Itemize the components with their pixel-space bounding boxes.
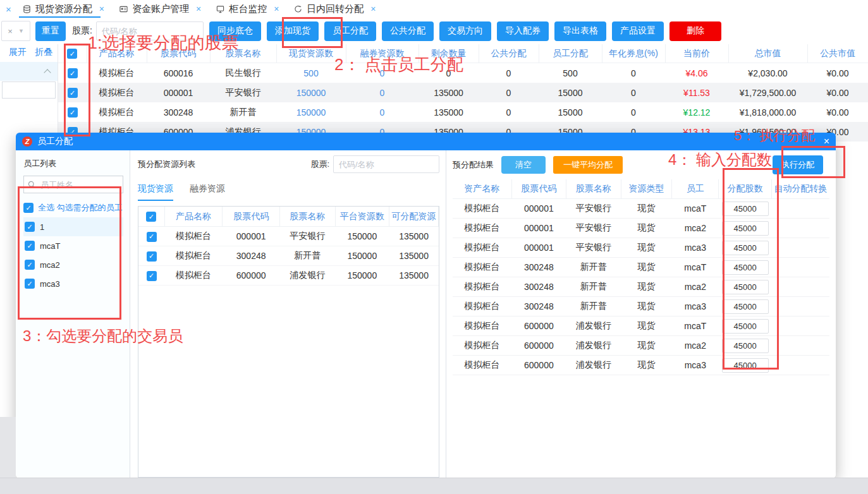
alloc-shares-input[interactable]: 45000 xyxy=(722,319,769,334)
column-header[interactable]: 现货资源数 xyxy=(276,44,346,63)
column-header[interactable]: 公共分配 xyxy=(479,44,539,63)
select-all-employees[interactable]: ✓ 全选 勾选需分配的员工 xyxy=(23,202,123,214)
select-all-checkbox-cell[interactable]: ✓ xyxy=(138,207,164,227)
checkbox-icon[interactable]: ✓ xyxy=(25,241,35,251)
execute-allocate-button[interactable]: 执行分配 xyxy=(773,155,823,174)
close-icon[interactable]: × xyxy=(6,4,11,15)
filter-select[interactable]: × ▼ xyxy=(1,21,30,41)
table-row[interactable]: ✓模拟柜台600000浦发银行150000135000 xyxy=(138,266,439,286)
column-header[interactable]: 产品名称 xyxy=(164,207,222,227)
clear-button[interactable]: 清空 xyxy=(501,156,546,174)
resource-stock-input[interactable] xyxy=(333,155,439,173)
checkbox-icon[interactable]: ✓ xyxy=(25,260,35,270)
tab-1[interactable]: 资金账户管理× xyxy=(112,0,209,18)
alloc-shares-input[interactable]: 45000 xyxy=(722,221,769,236)
row-checkbox-cell[interactable]: ✓ xyxy=(58,83,87,102)
alloc-shares-input[interactable]: 45000 xyxy=(722,299,769,314)
employee-item[interactable]: ✓mca3 xyxy=(23,274,123,293)
employee-item[interactable]: ✓mcaT xyxy=(23,236,123,255)
table-row[interactable]: 模拟柜台000001平安银行现货mcaT45000 xyxy=(453,199,829,219)
row-checkbox-cell[interactable]: ✓ xyxy=(138,246,164,266)
column-header[interactable]: 股票代码 xyxy=(147,44,210,63)
column-header[interactable]: 剩余数量 xyxy=(419,44,479,63)
import-allocation-button[interactable]: 导入配券 xyxy=(497,21,549,41)
tab-2[interactable]: 柜台监控× xyxy=(209,0,286,18)
checkbox-icon[interactable]: ✓ xyxy=(25,279,35,289)
dialog-close-icon[interactable]: × xyxy=(824,136,829,147)
column-header[interactable]: 分配股数 xyxy=(719,179,772,199)
checkbox-icon[interactable]: ✓ xyxy=(68,107,78,117)
checkbox-icon[interactable]: ✓ xyxy=(67,49,77,59)
tab-3[interactable]: 日内回转分配× xyxy=(286,0,383,18)
column-header[interactable]: 当前价 xyxy=(665,44,728,63)
table-row[interactable]: 模拟柜台300248新开普现货mca245000 xyxy=(453,277,829,297)
alloc-shares-input[interactable]: 45000 xyxy=(722,202,769,216)
checkbox-icon[interactable]: ✓ xyxy=(147,251,157,262)
row-checkbox-cell[interactable]: ✓ xyxy=(138,227,164,246)
column-header[interactable]: 自动分配转换 xyxy=(771,179,829,199)
sync-bottom-button[interactable]: 同步底仓 xyxy=(209,21,261,41)
row-checkbox-cell[interactable]: ✓ xyxy=(138,266,164,286)
table-row[interactable]: 模拟柜台000001平安银行现货mca245000 xyxy=(453,219,829,238)
public-allocate-button[interactable]: 公共分配 xyxy=(382,21,434,41)
column-header[interactable]: 股票名称 xyxy=(280,207,335,227)
table-row[interactable]: 模拟柜台600000浦发银行现货mcaT45000 xyxy=(453,316,829,336)
table-row[interactable]: 模拟柜台000001平安银行现货mca345000 xyxy=(453,238,829,258)
export-table-button[interactable]: 导出表格 xyxy=(554,21,606,41)
column-header[interactable]: 公共市值 xyxy=(807,44,868,63)
expand-link[interactable]: 展开 xyxy=(9,47,27,58)
sidebar-item-box[interactable] xyxy=(2,81,56,99)
employee-search-input[interactable] xyxy=(39,179,119,190)
table-row[interactable]: ✓模拟柜台300248新开普150000135000 xyxy=(138,246,439,266)
table-row[interactable]: ✓模拟柜台600016民生银行5000005000¥4.06¥2,030.00¥… xyxy=(58,63,868,83)
column-header[interactable]: 总市值 xyxy=(728,44,807,63)
column-header[interactable]: 员工 xyxy=(672,179,719,199)
checkbox-icon[interactable]: ✓ xyxy=(68,68,78,78)
alloc-shares-input[interactable]: 45000 xyxy=(722,280,769,294)
table-row[interactable]: 模拟柜台300248新开普现货mca345000 xyxy=(453,297,829,316)
tab-spot-resource[interactable]: 现货资源 xyxy=(138,183,173,201)
delete-button[interactable]: 删除 xyxy=(669,21,721,41)
alloc-shares-input[interactable]: 45000 xyxy=(722,339,769,353)
checkbox-icon[interactable]: ✓ xyxy=(23,203,34,213)
tab-close-icon[interactable]: × xyxy=(274,4,279,14)
product-settings-button[interactable]: 产品设置 xyxy=(612,21,664,41)
dialog-titlebar[interactable]: Z 员工分配 × xyxy=(16,133,836,150)
checkbox-icon[interactable]: ✓ xyxy=(68,88,78,98)
select-all-checkbox-cell[interactable]: ✓ xyxy=(58,44,87,63)
reset-button[interactable]: 重置 xyxy=(35,21,66,41)
column-header[interactable]: 资产名称 xyxy=(453,179,511,199)
employee-item[interactable]: ✓1 xyxy=(23,217,123,236)
tab-close-icon[interactable]: × xyxy=(99,4,104,14)
tab-margin-resource[interactable]: 融券资源 xyxy=(190,183,225,201)
column-header[interactable]: 股票名称 xyxy=(566,179,621,199)
checkbox-icon[interactable]: ✓ xyxy=(147,271,157,281)
table-row[interactable]: 模拟柜台600000浦发银行现货mca245000 xyxy=(453,336,829,356)
table-row[interactable]: 模拟柜台600000浦发银行现货mca345000 xyxy=(453,356,829,375)
trade-direction-button[interactable]: 交易方向 xyxy=(439,21,491,41)
sidebar-group-row[interactable] xyxy=(0,62,58,81)
table-row[interactable]: 模拟柜台300248新开普现货mcaT45000 xyxy=(453,258,829,277)
tab-0[interactable]: 现货资源分配× xyxy=(15,0,112,18)
average-allocate-button[interactable]: 一键平均分配 xyxy=(553,156,623,174)
add-spot-button[interactable]: 添加现货 xyxy=(267,21,319,41)
row-checkbox-cell[interactable]: ✓ xyxy=(58,102,87,122)
tab-close-icon[interactable]: × xyxy=(196,4,201,14)
column-header[interactable]: 股票代码 xyxy=(223,207,280,227)
checkbox-icon[interactable]: ✓ xyxy=(147,232,157,242)
alloc-shares-input[interactable]: 45000 xyxy=(722,241,769,255)
alloc-shares-input[interactable]: 45000 xyxy=(722,358,769,373)
row-checkbox-cell[interactable]: ✓ xyxy=(58,63,87,83)
stock-filter-input[interactable] xyxy=(96,21,204,40)
alloc-shares-input[interactable]: 45000 xyxy=(722,260,769,275)
column-header[interactable]: 员工分配 xyxy=(539,44,602,63)
column-header[interactable]: 年化券息(%) xyxy=(602,44,665,63)
column-header[interactable]: 融券资源数 xyxy=(346,44,419,63)
column-header[interactable]: 股票名称 xyxy=(210,44,276,63)
column-header[interactable]: 股票代码 xyxy=(511,179,566,199)
table-row[interactable]: ✓模拟柜台000001平安银行150000135000 xyxy=(138,227,439,246)
table-row[interactable]: ✓模拟柜台000001平安银行15000001350000150000¥11.5… xyxy=(58,83,868,102)
column-header[interactable]: 可分配资源 xyxy=(389,207,439,227)
tab-close-icon[interactable]: × xyxy=(370,4,376,14)
employee-search-box[interactable] xyxy=(23,176,123,193)
